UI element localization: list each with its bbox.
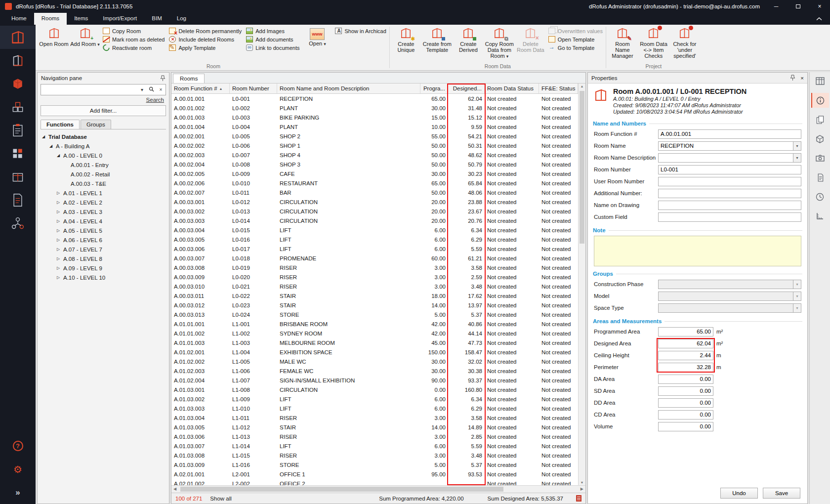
tree-item[interactable]: ▷ A.02 - LEVEL 2: [38, 198, 169, 207]
tree-arrow-icon[interactable]: ▷: [55, 228, 61, 233]
tree-item[interactable]: ▷ A.10 - LEVEL 10: [38, 273, 169, 282]
column-header-programmed-area[interactable]: Progra...: [420, 84, 448, 93]
table-row[interactable]: A.00.02.001 L0-005 SHOP 2 55.00 54.21 No…: [171, 131, 578, 141]
tree-arrow-icon[interactable]: ◢: [55, 153, 61, 158]
tree-item[interactable]: ▷ A.07 - LEVEL 7: [38, 245, 169, 254]
add-images-button[interactable]: Add Images: [245, 28, 301, 34]
tab-items[interactable]: Items: [67, 13, 95, 25]
minimize-button[interactable]: ─: [771, 3, 782, 10]
copy-room-button[interactable]: Copy Room: [101, 28, 166, 34]
copy-room-data-from-room-button[interactable]: ⧉ Copy Room Data from Room ▾: [485, 25, 514, 63]
chevron-down-icon[interactable]: ▾: [793, 303, 801, 313]
table-row[interactable]: A.00.03.003 L0-014 CIRCULATION 20.00 20.…: [171, 216, 578, 225]
tab-functions[interactable]: Functions: [41, 120, 80, 129]
module-checklist-button[interactable]: [0, 119, 36, 142]
table-row[interactable]: A.00.02.006 L0-010 RESTAURANT 65.00 65.8…: [171, 178, 578, 188]
custom-field-input[interactable]: [658, 212, 801, 222]
measure-panel-button[interactable]: [811, 209, 829, 223]
table-row[interactable]: A.00.01.004 L0-004 PLANT 10.00 9.59 Not …: [171, 122, 578, 131]
table-row[interactable]: A.02.01.002 L2-002 OFFICE 2 Not created …: [171, 479, 578, 485]
tree-arrow-icon[interactable]: ▷: [55, 247, 61, 252]
table-row[interactable]: A.01.03.007 L1-014 LIFT 6.00 5.59 Not cr…: [171, 441, 578, 451]
table-row[interactable]: A.00.03.007 L0-018 PROMENADE 60.00 61.21…: [171, 253, 578, 263]
area-field-input[interactable]: [658, 363, 713, 372]
table-row[interactable]: A.01.03.009 L1-016 STORE 5.00 5.37 Not c…: [171, 460, 578, 469]
module-products-button[interactable]: [0, 95, 36, 119]
add-filter-button[interactable]: Add filter...: [41, 105, 166, 116]
apply-template-button[interactable]: Apply Template: [167, 44, 243, 51]
table-row[interactable]: A.01.01.001 L1-001 BRISBANE ROOM 42.00 4…: [171, 319, 578, 329]
construction-phase-select[interactable]: [658, 280, 793, 289]
table-row[interactable]: A.01.02.003 L1-006 FEMALE WC 30.00 30.38…: [171, 366, 578, 376]
module-items-button[interactable]: [0, 72, 36, 95]
module-reports-button[interactable]: [0, 142, 36, 165]
area-field-input[interactable]: [658, 422, 713, 431]
area-field-input[interactable]: [658, 327, 713, 336]
table-row[interactable]: A.01.03.001 L1-008 CIRCULATION 0.00 160.…: [171, 385, 578, 394]
overwritten-values-button[interactable]: Overwritten values: [547, 28, 604, 34]
delete-room-permanently-button[interactable]: Delete Room permanently: [167, 28, 243, 34]
table-row[interactable]: A.00.03.008 L0-019 RISER 3.00 3.58 Not c…: [171, 263, 578, 272]
tab-log[interactable]: Log: [169, 13, 194, 25]
link-to-documents-button[interactable]: Link to documents: [245, 44, 301, 51]
table-row[interactable]: A.01.02.002 L1-005 MALE WC 30.00 32.02 N…: [171, 357, 578, 366]
vertical-scroll-thumb[interactable]: [580, 91, 584, 244]
pin-icon[interactable]: [790, 75, 795, 81]
tree-arrow-icon[interactable]: ▷: [55, 219, 61, 223]
table-row[interactable]: A.00.03.005 L0-016 LIFT 6.00 6.29 Not cr…: [171, 235, 578, 244]
table-row[interactable]: A.00.03.013 L0-024 STORE 5.00 5.37 Not c…: [171, 310, 578, 319]
room-name-input[interactable]: [658, 141, 793, 151]
area-field-input[interactable]: [658, 351, 713, 360]
table-row[interactable]: A.00.03.011 L0-022 STAIR 18.00 17.62 Not…: [171, 291, 578, 300]
go-to-template-button[interactable]: Go to Template: [547, 44, 604, 51]
tree-item[interactable]: ▷ A.01 - LEVEL 1: [38, 188, 169, 198]
table-row[interactable]: A.00.03.012 L0-023 STAIR 14.00 13.97 Not…: [171, 300, 578, 310]
reactivate-room-button[interactable]: Reactivate room: [101, 44, 166, 51]
copy-panel-button[interactable]: [811, 112, 829, 127]
room-data-item-checks-button[interactable]: Room Data <-> Item Checks: [639, 25, 668, 63]
table-row[interactable]: A.00.03.010 L0-021 RISER 3.00 3.48 Not c…: [171, 282, 578, 291]
module-open-room-button[interactable]: [0, 49, 36, 72]
column-header-room-number[interactable]: Room Number: [230, 84, 277, 93]
delete-room-data-button[interactable]: × Delete Room Data: [516, 25, 545, 63]
tree-arrow-icon[interactable]: ▷: [55, 275, 61, 280]
area-field-input[interactable]: [658, 410, 713, 420]
column-header-room-data-status[interactable]: Room Data Status: [485, 84, 539, 93]
info-panel-button[interactable]: [811, 93, 829, 108]
show-in-archicad-button[interactable]: Show in Archicad: [333, 28, 387, 34]
collapse-ribbon-button[interactable]: [808, 13, 830, 25]
tree-item[interactable]: ▷ A.03 - LEVEL 3: [38, 207, 169, 216]
vertical-scrollbar[interactable]: ▲ ▼: [578, 84, 585, 485]
tab-import-export[interactable]: Import/Export: [95, 13, 144, 25]
create-derived-button[interactable]: Create Derived: [454, 25, 483, 63]
table-row[interactable]: A.01.03.008 L1-015 RISER 3.00 3.48 Not c…: [171, 451, 578, 460]
chevron-down-icon[interactable]: ▾: [793, 153, 801, 163]
model-select[interactable]: [658, 292, 793, 301]
columns-panel-button[interactable]: [811, 74, 829, 88]
table-row[interactable]: A.00.02.004 L0-008 SHOP 3 50.00 50.79 No…: [171, 160, 578, 169]
tree-arrow-icon[interactable]: ▷: [55, 200, 61, 205]
table-row[interactable]: A.01.02.004 L1-007 SIGN-IN/SMALL EXHIBIT…: [171, 376, 578, 385]
table-row[interactable]: A.00.03.006 L0-017 LIFT 6.00 5.59 Not cr…: [171, 244, 578, 253]
mark-room-deleted-button[interactable]: Mark room as deleted: [101, 36, 166, 42]
close-button[interactable]: ×: [814, 3, 825, 10]
scroll-down-icon[interactable]: ▼: [579, 481, 585, 484]
area-field-input[interactable]: [658, 386, 713, 396]
tree-arrow-icon[interactable]: ▷: [55, 266, 61, 270]
restore-button[interactable]: [792, 3, 803, 10]
documents-panel-button[interactable]: [811, 170, 829, 185]
note-input[interactable]: [594, 236, 801, 266]
tab-home[interactable]: Home: [4, 13, 34, 25]
tree-arrow-icon[interactable]: ▷: [55, 256, 61, 261]
open-template-button[interactable]: Open Template: [547, 36, 604, 42]
tree-item[interactable]: A.00.01 - Entry: [38, 160, 169, 169]
tree-item[interactable]: ▷ A.06 - LEVEL 6: [38, 235, 169, 245]
tree-item[interactable]: ◢ A - Building A: [38, 141, 169, 151]
tree-item[interactable]: ▷ A.08 - LEVEL 8: [38, 254, 169, 263]
tree-arrow-icon[interactable]: ▷: [55, 210, 61, 214]
undo-button[interactable]: Undo: [720, 488, 758, 499]
additional-number-input[interactable]: [658, 189, 801, 198]
horizontal-scrollbar[interactable]: ◀ ▶: [171, 485, 585, 493]
search-options-chevron-icon[interactable]: ▾: [137, 87, 147, 92]
tab-groups[interactable]: Groups: [81, 120, 111, 129]
